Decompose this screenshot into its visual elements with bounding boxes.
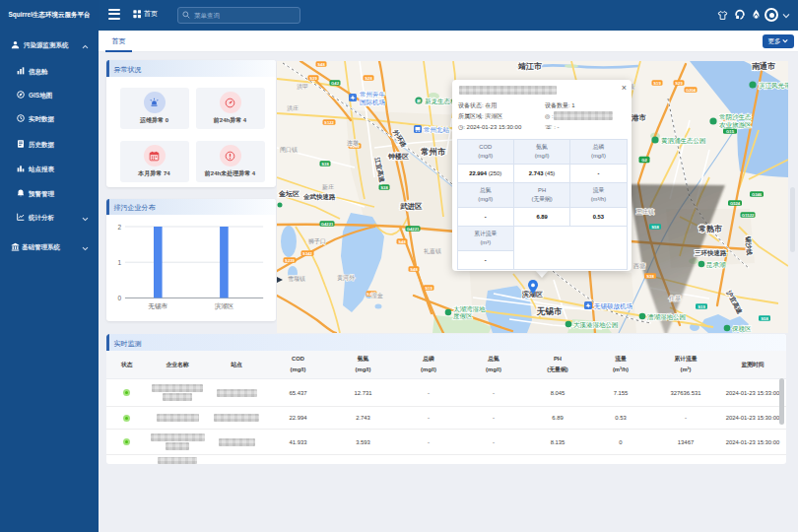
svg-text:金坛区: 金坛区 [278,190,299,198]
svg-text:G204: G204 [686,88,697,93]
svg-text:无锡市: 无锡市 [148,302,167,310]
svg-text:洪庄: 洪庄 [287,104,299,111]
svg-text:S38: S38 [380,185,388,190]
svg-text:S48: S48 [317,62,325,67]
svg-text:新庄: 新庄 [322,183,334,190]
svg-text:S239: S239 [285,258,295,263]
svg-text:住基: 住基 [669,296,681,301]
svg-text:S19: S19 [653,81,661,86]
svg-text:黄河外: 黄河外 [337,274,356,281]
svg-text:S58: S58 [651,225,659,230]
svg-text:S48: S48 [398,239,406,244]
svg-text:保税区: 保税区 [732,325,752,333]
svg-text:G4221: G4221 [321,222,334,227]
svg-text:G1522: G1522 [742,213,755,218]
svg-text:0: 0 [117,295,121,301]
svg-text:农业旅游区: 农业旅游区 [718,121,752,129]
svg-text:S48: S48 [410,267,418,272]
svg-text:G15: G15 [726,129,735,134]
svg-text:雪堰镇: 雪堰镇 [288,275,305,282]
svg-text:滨湖区: 滨湖区 [214,302,233,310]
svg-text:G42: G42 [331,81,340,86]
svg-text:滨江风光带: 滨江风光带 [759,82,788,90]
svg-text:度假区: 度假区 [453,312,473,320]
svg-text:金武快速路: 金武快速路 [302,193,336,201]
svg-text:无锡硕放机场: 无锡硕放机场 [594,302,632,310]
svg-text:S19: S19 [698,304,705,309]
svg-text:S38: S38 [321,162,329,166]
svg-text:G346: G346 [752,192,763,197]
svg-text:G524: G524 [730,201,741,206]
svg-text:1: 1 [117,259,121,266]
svg-text:S29: S29 [675,81,683,86]
svg-text:湟金: 湟金 [371,293,383,299]
svg-text:靖江市: 靖江市 [517,61,542,71]
svg-text:武进区: 武进区 [400,202,423,211]
svg-text:昆承湖: 昆承湖 [706,261,726,269]
svg-text:G4221: G4221 [407,227,420,232]
svg-text:G2: G2 [641,158,647,163]
svg-text:S39: S39 [309,76,317,81]
svg-text:林: 林 [416,99,422,103]
svg-text:S28: S28 [365,76,372,81]
svg-text:S38: S38 [646,274,654,279]
svg-text:南通市: 南通市 [752,61,775,71]
svg-text:钟楼区: 钟楼区 [387,153,409,161]
svg-text:2: 2 [117,224,121,231]
svg-text:S58: S58 [761,316,768,321]
svg-text:S122: S122 [324,120,334,125]
svg-text:S342: S342 [302,251,312,256]
svg-text:S19: S19 [425,286,432,291]
svg-text:西塘: 西塘 [633,262,645,270]
svg-text:洪甲: 洪甲 [297,84,308,90]
svg-text:常州奔牛: 常州奔牛 [360,91,386,98]
svg-text:漕湖湿地公园: 漕湖湿地公园 [647,313,686,321]
svg-text:黄泗浦生态公园: 黄泗浦生态公园 [661,137,706,145]
svg-text:闸口镇: 闸口镇 [280,147,298,154]
svg-text:常熟市: 常熟市 [698,224,722,233]
svg-text:狮子口: 狮子口 [308,237,326,245]
svg-text:国际机场: 国际机场 [360,99,385,106]
svg-text:礼嘉镇: 礼嘉镇 [424,247,441,255]
svg-text:王庄镇: 王庄镇 [635,208,654,215]
svg-text:无锡市: 无锡市 [536,306,563,316]
svg-text:常州北站: 常州北站 [424,126,450,134]
svg-text:连墩: 连墩 [347,140,359,147]
svg-text:大溪港湿地公园: 大溪港湿地公园 [573,321,619,329]
svg-text:三环快速路: 三环快速路 [695,249,727,257]
svg-text:常州市: 常州市 [421,147,446,157]
